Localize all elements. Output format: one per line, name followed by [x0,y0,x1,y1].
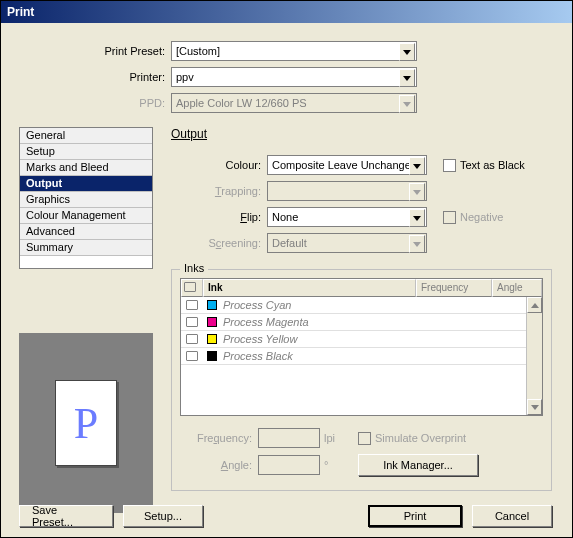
frequency-col[interactable]: Frequency [416,279,492,297]
preview-pane: P [19,333,153,513]
inks-legend: Inks [180,262,208,274]
ink-table: Ink Frequency Angle Process Cyan Process… [180,278,543,416]
ink-table-header: Ink Frequency Angle [181,279,542,297]
swatch-black [207,351,217,361]
preview-glyph: P [74,398,98,449]
sidebar-item-graphics[interactable]: Graphics [20,192,152,208]
top-form: Print Preset: [Custom] Printer: ppv PPD:… [1,41,552,119]
printer-icon [186,317,198,327]
scroll-up-button[interactable] [527,297,542,313]
sidebar-item-marks-and-bleed[interactable]: Marks and Bleed [20,160,152,176]
cancel-button[interactable]: Cancel [472,505,552,527]
swatch-yellow [207,334,217,344]
screening-value: Default [272,237,307,249]
sidebar-item-output[interactable]: Output [20,176,152,192]
ppd-label: PPD: [1,97,171,109]
dialog-content: Print Preset: [Custom] Printer: ppv PPD:… [1,23,572,537]
angle-label: Angle: [180,459,258,471]
printer-label: Printer: [1,71,171,83]
sidebar: General Setup Marks and Bleed Output Gra… [19,127,153,269]
ppd-select: Apple Color LW 12/660 PS [171,93,417,113]
simulate-overprint-checkbox [358,432,371,445]
text-as-black-checkbox[interactable] [443,159,456,172]
ink-col[interactable]: Ink [203,279,416,297]
text-as-black-label: Text as Black [460,159,525,171]
printer-select[interactable]: ppv [171,67,417,87]
window-title: Print [7,5,34,19]
ppd-value: Apple Color LW 12/660 PS [176,97,307,109]
ink-manager-button[interactable]: Ink Manager... [358,454,478,476]
sidebar-item-summary[interactable]: Summary [20,240,152,256]
section-title: Output [171,127,552,141]
flip-select[interactable]: None [267,207,427,227]
sidebar-item-setup[interactable]: Setup [20,144,152,160]
screening-select: Default [267,233,427,253]
scroll-down-button[interactable] [527,399,542,415]
frequency-input [258,428,320,448]
sidebar-item-general[interactable]: General [20,128,152,144]
scrollbar[interactable] [526,297,542,415]
dropdown-icon [409,235,425,253]
sidebar-item-advanced[interactable]: Advanced [20,224,152,240]
negative-checkbox [443,211,456,224]
dropdown-icon [399,95,415,113]
dropdown-icon[interactable] [399,43,415,61]
trapping-label: Trapping: [177,185,267,197]
save-preset-button[interactable]: Save Preset... [19,505,113,527]
printer-col-icon [181,279,203,297]
flip-value: None [272,211,298,223]
angle-input [258,455,320,475]
swatch-magenta [207,317,217,327]
flip-label: Flip: [177,211,267,223]
ink-row-yellow[interactable]: Process Yellow [181,331,542,348]
dropdown-icon[interactable] [409,157,425,175]
preset-label: Print Preset: [1,45,171,57]
print-dialog: Print Print Preset: [Custom] Printer: pp… [0,0,573,538]
ink-row-black[interactable]: Process Black [181,348,542,365]
screening-label: Screening: [177,237,267,249]
dropdown-icon [409,183,425,201]
dropdown-icon[interactable] [399,69,415,87]
negative-label: Negative [460,211,503,223]
main-panel: Output Colour: Composite Leave Unchange … [171,127,552,491]
colour-select[interactable]: Composite Leave Unchange [267,155,427,175]
sidebar-item-colour-management[interactable]: Colour Management [20,208,152,224]
printer-icon [186,351,198,361]
colour-label: Colour: [177,159,267,171]
printer-icon [186,300,198,310]
dropdown-icon[interactable] [409,209,425,227]
printer-icon [184,282,196,292]
ink-row-cyan[interactable]: Process Cyan [181,297,542,314]
trapping-select [267,181,427,201]
simulate-overprint-label: Simulate Overprint [375,432,466,444]
colour-value: Composite Leave Unchange [272,159,411,171]
bottom-bar: Save Preset... Setup... Print Cancel [19,505,552,527]
setup-button[interactable]: Setup... [123,505,203,527]
inks-fieldset: Inks Ink Frequency Angle Process Cyan [171,269,552,491]
printer-icon [186,334,198,344]
lpi-unit: lpi [320,432,344,444]
angle-col[interactable]: Angle [492,279,542,297]
ink-row-magenta[interactable]: Process Magenta [181,314,542,331]
preset-select[interactable]: [Custom] [171,41,417,61]
swatch-cyan [207,300,217,310]
titlebar: Print [1,1,572,23]
printer-value: ppv [176,71,194,83]
frequency-label: Frequency: [180,432,258,444]
degree-unit: ° [320,459,344,471]
scroll-track[interactable] [527,313,542,399]
preview-page: P [55,380,117,466]
preset-value: [Custom] [176,45,220,57]
print-button[interactable]: Print [368,505,462,527]
